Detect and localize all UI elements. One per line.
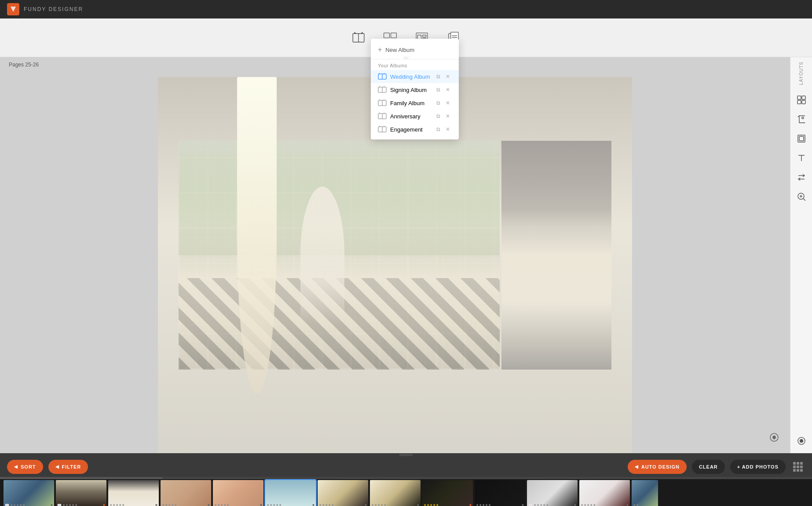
zoom-button[interactable]	[794, 189, 809, 205]
list-item[interactable]: ★★	[632, 480, 658, 506]
album-close-wedding[interactable]: ✕	[444, 73, 452, 81]
text-button[interactable]	[794, 150, 809, 166]
auto-design-button[interactable]: ◀ AUTO DESIGN	[628, 460, 687, 474]
auto-design-chevron: ◀	[635, 464, 639, 469]
album-dropdown: + New Album Your Albums Wedding Album ⧉ …	[371, 39, 459, 139]
list-item[interactable]: 📖 ★★★★★ ♥	[56, 480, 106, 506]
album-item-signing[interactable]: Signing Album ⧉ ✕	[371, 83, 459, 96]
heart-icon[interactable]: ♥	[626, 503, 629, 506]
svg-rect-30	[802, 100, 805, 104]
album-name-family: Family Album	[390, 100, 431, 106]
top-bar: FUNDY DESIGNER	[0, 0, 812, 18]
album-name-anniversary: Anniversary	[390, 113, 431, 120]
svg-point-39	[800, 440, 803, 443]
heart-icon[interactable]: ♥	[51, 503, 53, 506]
crop-button[interactable]	[794, 111, 809, 127]
heart-icon[interactable]: ♥	[312, 503, 315, 506]
list-item[interactable]: ★★★★★ ♥	[213, 480, 263, 506]
list-item[interactable]: 📖 ★★★★★ ♥	[4, 480, 54, 506]
album-copy-wedding[interactable]: ⧉	[434, 73, 442, 81]
album-item-wedding[interactable]: Wedding Album ⧉ ✕	[371, 70, 459, 83]
book-icon: 📖	[57, 503, 62, 506]
stars: ★★	[633, 503, 639, 506]
list-item[interactable]: ★★★★★ ♥	[370, 480, 421, 506]
preview-side-button[interactable]	[794, 433, 809, 449]
your-albums-label: Your Albums	[371, 59, 459, 70]
heart-icon[interactable]: ♥	[208, 503, 210, 506]
layouts-button[interactable]	[794, 92, 809, 108]
filter-chevron: ◀	[55, 464, 59, 469]
heart-icon[interactable]: ♥	[469, 503, 472, 506]
album-copy-signing[interactable]: ⧉	[434, 86, 442, 94]
dropdown-arrow	[402, 57, 410, 60]
album-close-engagement[interactable]: ✕	[444, 125, 452, 133]
svg-point-31	[802, 117, 804, 119]
layouts-label: Layouts	[799, 62, 804, 85]
list-item[interactable]: ★★★★★ ♥	[161, 480, 211, 506]
svg-rect-8	[423, 35, 426, 37]
preview-button[interactable]	[767, 430, 781, 444]
album-actions-wedding: ⧉ ✕	[434, 73, 452, 81]
stars: ★★★★★	[110, 503, 124, 506]
sort-chevron: ◀	[14, 464, 18, 469]
svg-rect-28	[802, 96, 805, 99]
album-copy-family[interactable]: ⧉	[434, 99, 442, 107]
list-item[interactable]: ★★★★★ ♥	[265, 480, 316, 506]
svg-line-35	[803, 198, 805, 201]
list-item[interactable]: ★★★★★ ♥	[475, 480, 525, 506]
list-item[interactable]: ★★★★★ ♥	[579, 480, 630, 506]
heart-icon[interactable]: ♥	[365, 503, 367, 506]
heart-icon[interactable]: ♥	[260, 503, 262, 506]
sort-label: SORT	[21, 464, 36, 469]
heart-icon[interactable]: ♥	[522, 503, 524, 506]
album-item-family[interactable]: Family Album ⧉ ✕	[371, 96, 459, 110]
album-actions-engagement: ⧉ ✕	[434, 125, 452, 133]
new-album-button[interactable]: + New Album	[371, 42, 459, 59]
tool-album[interactable]	[351, 31, 366, 45]
clear-button[interactable]: CLEAR	[692, 460, 725, 474]
svg-point-26	[773, 436, 775, 439]
app-title: FUNDY DESIGNER	[24, 6, 83, 12]
dress-photo	[501, 141, 611, 370]
stars: ★★★★★	[534, 503, 549, 506]
album-copy-engagement[interactable]: ⧉	[434, 125, 442, 133]
heart-icon[interactable]: ♥	[155, 503, 157, 506]
filter-button[interactable]: ◀ FILTER	[48, 460, 88, 474]
grid-view-button[interactable]	[791, 460, 805, 474]
album-spread	[179, 141, 611, 370]
drag-lines	[399, 454, 413, 456]
book-icon: 📖	[5, 503, 9, 506]
svg-rect-29	[797, 100, 801, 104]
album-close-family[interactable]: ✕	[444, 99, 452, 107]
stars: ★★★★★	[371, 503, 386, 506]
bottom-controls: ◀ SORT ◀ FILTER ◀ AUTO DESIGN CLEAR + AD…	[0, 457, 812, 477]
drag-handle[interactable]	[0, 453, 812, 457]
swap-button[interactable]	[794, 169, 809, 185]
list-item[interactable]: ★★★★★ ♥	[422, 480, 473, 506]
add-photos-button[interactable]: + ADD PHOTOS	[730, 460, 786, 474]
album-close-signing[interactable]: ✕	[444, 86, 452, 94]
stars: ★★★★★	[319, 503, 334, 506]
album-name-signing: Signing Album	[390, 87, 431, 93]
heart-icon[interactable]: ♥	[103, 503, 105, 506]
stars: ★★★★★	[214, 503, 229, 506]
album-copy-anniversary[interactable]: ⧉	[434, 112, 442, 120]
album-close-anniversary[interactable]: ✕	[444, 112, 452, 120]
svg-rect-33	[799, 136, 804, 141]
album-actions-signing: ⧉ ✕	[434, 86, 452, 94]
sort-button[interactable]: ◀ SORT	[7, 460, 43, 474]
album-item-engagement[interactable]: Engagement ⧉ ✕	[371, 123, 459, 136]
stars: ★★★★★	[424, 503, 439, 506]
page-right[interactable]	[501, 141, 611, 370]
list-item[interactable]: 📖 ★★★★★ ♥	[527, 480, 578, 506]
album-item-anniversary[interactable]: Anniversary ⧉ ✕	[371, 110, 459, 123]
fit-button[interactable]	[794, 131, 809, 147]
list-item[interactable]: ★★★★★ ♥	[318, 480, 368, 506]
heart-icon[interactable]: ♥	[574, 503, 576, 506]
app-logo	[7, 3, 19, 15]
heart-icon[interactable]: ♥	[417, 503, 419, 506]
auto-design-label: AUTO DESIGN	[641, 464, 680, 469]
clear-label: CLEAR	[699, 464, 718, 469]
list-item[interactable]: ★★★★★ ♥	[108, 480, 159, 506]
add-photos-label: + ADD PHOTOS	[737, 464, 779, 469]
